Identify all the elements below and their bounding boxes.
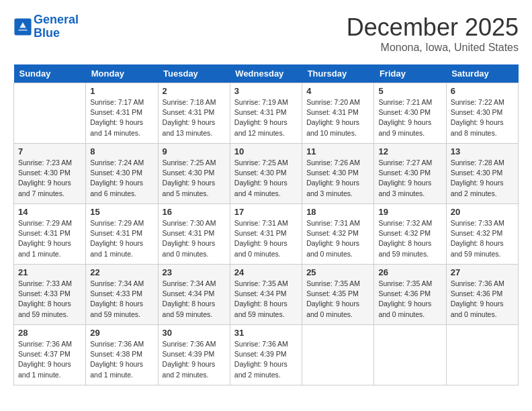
logo-blue: Blue bbox=[34, 27, 79, 40]
logo-icon bbox=[13, 17, 32, 36]
calendar-cell: 8Sunrise: 7:24 AM Sunset: 4:30 PM Daylig… bbox=[86, 144, 158, 204]
cell-daylight-info: Sunrise: 7:33 AM Sunset: 4:33 PM Dayligh… bbox=[18, 279, 81, 320]
cell-date-number: 21 bbox=[18, 267, 81, 277]
cell-daylight-info: Sunrise: 7:20 AM Sunset: 4:31 PM Dayligh… bbox=[306, 97, 369, 138]
cell-date-number: 16 bbox=[163, 207, 226, 217]
cell-daylight-info: Sunrise: 7:36 AM Sunset: 4:39 PM Dayligh… bbox=[163, 339, 226, 380]
cell-date-number: 9 bbox=[163, 146, 226, 156]
calendar-cell: 18Sunrise: 7:31 AM Sunset: 4:32 PM Dayli… bbox=[302, 204, 374, 265]
calendar-cell bbox=[302, 325, 374, 385]
cell-date-number: 5 bbox=[378, 86, 441, 96]
calendar-cell: 26Sunrise: 7:35 AM Sunset: 4:36 PM Dayli… bbox=[374, 265, 446, 325]
cell-daylight-info: Sunrise: 7:36 AM Sunset: 4:36 PM Dayligh… bbox=[451, 279, 514, 320]
cell-date-number: 27 bbox=[451, 267, 514, 277]
cell-date-number: 11 bbox=[306, 146, 369, 156]
page-header: General Blue December 2025 Monona, Iowa,… bbox=[13, 13, 519, 54]
cell-date-number: 4 bbox=[306, 86, 369, 96]
cell-date-number: 14 bbox=[18, 207, 81, 217]
svg-rect-2 bbox=[18, 28, 28, 30]
calendar-cell: 24Sunrise: 7:35 AM Sunset: 4:34 PM Dayli… bbox=[230, 265, 302, 325]
cell-date-number: 13 bbox=[451, 146, 514, 156]
calendar-cell: 2Sunrise: 7:18 AM Sunset: 4:31 PM Daylig… bbox=[158, 83, 230, 144]
cell-date-number: 26 bbox=[378, 267, 441, 277]
calendar-table: SundayMondayTuesdayWednesdayThursdayFrid… bbox=[13, 64, 519, 385]
calendar-cell: 16Sunrise: 7:30 AM Sunset: 4:31 PM Dayli… bbox=[158, 204, 230, 265]
week-row-5: 28Sunrise: 7:36 AM Sunset: 4:37 PM Dayli… bbox=[14, 325, 519, 385]
cell-daylight-info: Sunrise: 7:36 AM Sunset: 4:39 PM Dayligh… bbox=[234, 339, 298, 380]
cell-date-number: 29 bbox=[90, 328, 153, 338]
cell-daylight-info: Sunrise: 7:29 AM Sunset: 4:31 PM Dayligh… bbox=[18, 218, 81, 259]
header-friday: Friday bbox=[374, 64, 446, 83]
cell-date-number: 2 bbox=[163, 86, 226, 96]
cell-daylight-info: Sunrise: 7:33 AM Sunset: 4:32 PM Dayligh… bbox=[451, 218, 514, 259]
header-saturday: Saturday bbox=[446, 64, 518, 83]
calendar-cell bbox=[14, 83, 86, 144]
week-row-1: 1Sunrise: 7:17 AM Sunset: 4:31 PM Daylig… bbox=[14, 83, 519, 144]
cell-date-number: 12 bbox=[378, 146, 441, 156]
logo-general: General bbox=[34, 13, 79, 26]
calendar-cell: 12Sunrise: 7:27 AM Sunset: 4:30 PM Dayli… bbox=[374, 144, 446, 204]
calendar-cell: 9Sunrise: 7:25 AM Sunset: 4:30 PM Daylig… bbox=[158, 144, 230, 204]
cell-date-number: 15 bbox=[90, 207, 153, 217]
calendar-title: December 2025 bbox=[347, 13, 519, 42]
cell-daylight-info: Sunrise: 7:35 AM Sunset: 4:34 PM Dayligh… bbox=[234, 279, 298, 320]
calendar-cell: 23Sunrise: 7:34 AM Sunset: 4:34 PM Dayli… bbox=[158, 265, 230, 325]
cell-daylight-info: Sunrise: 7:22 AM Sunset: 4:30 PM Dayligh… bbox=[451, 97, 514, 138]
cell-date-number: 30 bbox=[163, 328, 226, 338]
cell-date-number: 8 bbox=[90, 146, 153, 156]
calendar-cell bbox=[446, 325, 518, 385]
cell-daylight-info: Sunrise: 7:21 AM Sunset: 4:30 PM Dayligh… bbox=[378, 97, 441, 138]
calendar-cell: 14Sunrise: 7:29 AM Sunset: 4:31 PM Dayli… bbox=[14, 204, 86, 265]
cell-daylight-info: Sunrise: 7:35 AM Sunset: 4:36 PM Dayligh… bbox=[378, 279, 441, 320]
cell-daylight-info: Sunrise: 7:23 AM Sunset: 4:30 PM Dayligh… bbox=[18, 158, 81, 199]
cell-date-number: 3 bbox=[234, 86, 298, 96]
calendar-cell: 19Sunrise: 7:32 AM Sunset: 4:32 PM Dayli… bbox=[374, 204, 446, 265]
cell-date-number: 23 bbox=[163, 267, 226, 277]
header-thursday: Thursday bbox=[302, 64, 374, 83]
cell-daylight-info: Sunrise: 7:25 AM Sunset: 4:30 PM Dayligh… bbox=[163, 158, 226, 199]
cell-date-number: 31 bbox=[234, 328, 298, 338]
header-tuesday: Tuesday bbox=[158, 64, 230, 83]
calendar-cell: 20Sunrise: 7:33 AM Sunset: 4:32 PM Dayli… bbox=[446, 204, 518, 265]
week-row-2: 7Sunrise: 7:23 AM Sunset: 4:30 PM Daylig… bbox=[14, 144, 519, 204]
cell-date-number: 7 bbox=[18, 146, 81, 156]
cell-daylight-info: Sunrise: 7:27 AM Sunset: 4:30 PM Dayligh… bbox=[378, 158, 441, 199]
cell-date-number: 25 bbox=[306, 267, 369, 277]
cell-daylight-info: Sunrise: 7:19 AM Sunset: 4:31 PM Dayligh… bbox=[234, 97, 298, 138]
cell-date-number: 24 bbox=[234, 267, 298, 277]
cell-daylight-info: Sunrise: 7:36 AM Sunset: 4:38 PM Dayligh… bbox=[90, 339, 153, 380]
cell-daylight-info: Sunrise: 7:25 AM Sunset: 4:30 PM Dayligh… bbox=[234, 158, 298, 199]
cell-date-number: 18 bbox=[306, 207, 369, 217]
calendar-cell: 31Sunrise: 7:36 AM Sunset: 4:39 PM Dayli… bbox=[230, 325, 302, 385]
calendar-subtitle: Monona, Iowa, United States bbox=[347, 42, 519, 54]
calendar-cell: 30Sunrise: 7:36 AM Sunset: 4:39 PM Dayli… bbox=[158, 325, 230, 385]
cell-daylight-info: Sunrise: 7:32 AM Sunset: 4:32 PM Dayligh… bbox=[378, 218, 441, 259]
cell-date-number: 22 bbox=[90, 267, 153, 277]
week-row-3: 14Sunrise: 7:29 AM Sunset: 4:31 PM Dayli… bbox=[14, 204, 519, 265]
calendar-cell: 17Sunrise: 7:31 AM Sunset: 4:31 PM Dayli… bbox=[230, 204, 302, 265]
cell-date-number: 17 bbox=[234, 207, 298, 217]
calendar-cell: 3Sunrise: 7:19 AM Sunset: 4:31 PM Daylig… bbox=[230, 83, 302, 144]
week-row-4: 21Sunrise: 7:33 AM Sunset: 4:33 PM Dayli… bbox=[14, 265, 519, 325]
calendar-cell: 11Sunrise: 7:26 AM Sunset: 4:30 PM Dayli… bbox=[302, 144, 374, 204]
header-monday: Monday bbox=[86, 64, 158, 83]
calendar-cell: 4Sunrise: 7:20 AM Sunset: 4:31 PM Daylig… bbox=[302, 83, 374, 144]
title-area: December 2025 Monona, Iowa, United State… bbox=[347, 13, 519, 54]
cell-date-number: 20 bbox=[451, 207, 514, 217]
calendar-cell: 13Sunrise: 7:28 AM Sunset: 4:30 PM Dayli… bbox=[446, 144, 518, 204]
calendar-cell: 28Sunrise: 7:36 AM Sunset: 4:37 PM Dayli… bbox=[14, 325, 86, 385]
calendar-cell: 25Sunrise: 7:35 AM Sunset: 4:35 PM Dayli… bbox=[302, 265, 374, 325]
cell-daylight-info: Sunrise: 7:29 AM Sunset: 4:31 PM Dayligh… bbox=[90, 218, 153, 259]
cell-daylight-info: Sunrise: 7:17 AM Sunset: 4:31 PM Dayligh… bbox=[90, 97, 153, 138]
cell-daylight-info: Sunrise: 7:35 AM Sunset: 4:35 PM Dayligh… bbox=[306, 279, 369, 320]
cell-daylight-info: Sunrise: 7:24 AM Sunset: 4:30 PM Dayligh… bbox=[90, 158, 153, 199]
calendar-header-row: SundayMondayTuesdayWednesdayThursdayFrid… bbox=[14, 64, 519, 83]
calendar-cell: 22Sunrise: 7:34 AM Sunset: 4:33 PM Dayli… bbox=[86, 265, 158, 325]
cell-date-number: 19 bbox=[378, 207, 441, 217]
logo: General Blue bbox=[13, 13, 79, 40]
cell-daylight-info: Sunrise: 7:28 AM Sunset: 4:30 PM Dayligh… bbox=[451, 158, 514, 199]
cell-date-number: 6 bbox=[451, 86, 514, 96]
header-wednesday: Wednesday bbox=[230, 64, 302, 83]
cell-daylight-info: Sunrise: 7:26 AM Sunset: 4:30 PM Dayligh… bbox=[306, 158, 369, 199]
calendar-cell: 15Sunrise: 7:29 AM Sunset: 4:31 PM Dayli… bbox=[86, 204, 158, 265]
